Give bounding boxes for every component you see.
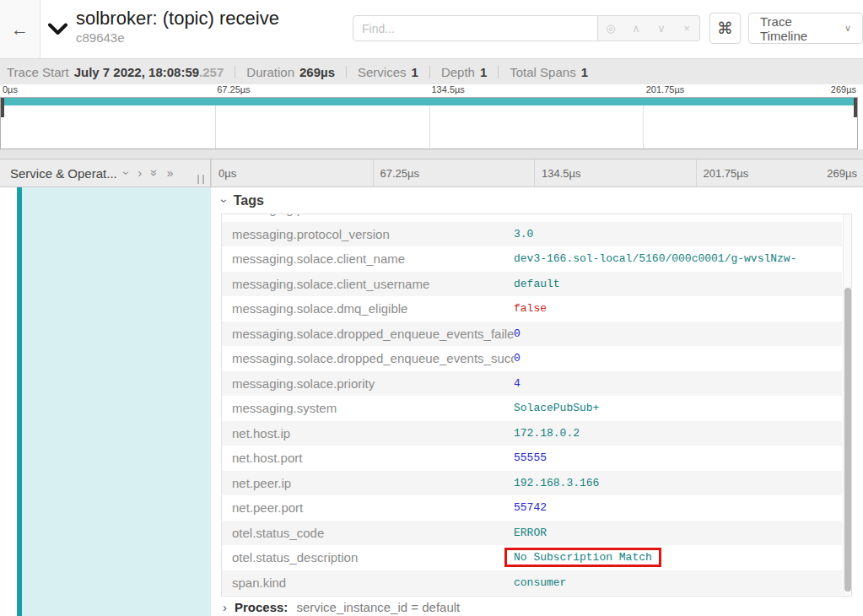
trace-collapse-chevron-icon[interactable]: [47, 23, 68, 39]
chevron-down-icon: ›: [218, 199, 231, 203]
tags-section-title: Tags: [234, 193, 264, 208]
tag-value-text: SMF: [514, 213, 533, 215]
collapse-all-icon[interactable]: »: [148, 170, 160, 176]
process-summary: service_instance_id = default: [296, 600, 460, 614]
tag-value: 55742: [514, 501, 842, 514]
service-operation-column-header: Service & Operat... › › » »: [0, 159, 211, 186]
find-clear-icon[interactable]: ×: [674, 16, 699, 41]
column-resize-handle[interactable]: [197, 175, 204, 184]
minimap-tick: 134.5µs: [432, 84, 465, 95]
tag-value: consumer: [514, 576, 842, 589]
tag-row: messaging.solace.client_usernamedefault: [222, 272, 842, 297]
tag-row: net.host.port55555: [222, 446, 842, 471]
tag-row: net.peer.port55742: [222, 495, 842, 521]
tag-key: net.host.ip: [222, 426, 514, 440]
minimap-tick: 269µs: [831, 84, 856, 95]
tag-value: 3.0: [514, 228, 842, 240]
tag-value-text: SolacePubSub+: [514, 402, 599, 414]
tag-value: dev3-166.sol-local/5160/000c0001/g-wvslN…: [514, 252, 842, 265]
tags-section-toggle[interactable]: › Tags: [223, 193, 264, 208]
tag-value: 192.168.3.166: [514, 477, 842, 489]
minimap-right-scrubber[interactable]: [854, 98, 857, 117]
selected-span-row[interactable]: [22, 187, 211, 616]
timeline-header-row: Service & Operat... › › » » 0µs 67.25µs …: [0, 159, 863, 187]
tag-value-text: consumer: [514, 576, 566, 589]
tags-table-container: messaging.protocolSMFmessaging.protocol_…: [221, 213, 852, 597]
annotated-tag-value: No Subscription Match: [504, 548, 661, 567]
timeline-tick: 134.5µs: [542, 167, 581, 180]
tag-value: 4: [514, 377, 842, 390]
tag-value: default: [514, 278, 842, 290]
page-title: solbroker: (topic) receive: [76, 7, 279, 30]
tag-value-text: 172.18.0.2: [514, 427, 580, 440]
timeline-tick-cell: 201.75µs 269µs: [696, 159, 863, 186]
trace-timeline-page: ← solbroker: (topic) receive c89643e ◎ ∧…: [0, 0, 863, 616]
process-label: Process:: [235, 600, 288, 614]
tag-value: 0: [514, 327, 842, 340]
tag-key: messaging.protocol_version: [222, 227, 514, 241]
process-section-toggle[interactable]: › Process: service_instance_id = default: [223, 600, 460, 614]
tag-row: messaging.solace.client_namedev3-166.sol…: [222, 246, 842, 272]
summary-depth: Depth 1: [418, 65, 487, 79]
tag-value: 0: [514, 352, 842, 365]
tag-key: messaging.solace.priority: [222, 376, 514, 391]
tag-key: messaging.solace.client_name: [222, 251, 514, 266]
minimap-gridline: [643, 98, 644, 149]
tag-value-text: false: [514, 302, 547, 315]
tag-value-text: 4: [514, 377, 520, 390]
find-prev-icon[interactable]: ∧: [623, 16, 649, 41]
command-icon: ⌘: [717, 19, 733, 38]
tag-value-text: 55555: [514, 451, 547, 464]
tag-value-text: 0: [514, 352, 520, 365]
tag-key: span.kind: [222, 575, 514, 590]
tag-key: net.peer.ip: [222, 476, 514, 490]
timeline-tick: 67.25µs: [380, 167, 420, 180]
find-controls: ◎ ∧ ∨ ×: [598, 15, 700, 41]
tag-value-text: 3.0: [514, 228, 533, 240]
trace-view-label: Trace Timeline: [760, 14, 837, 43]
expand-all-icon[interactable]: »: [167, 167, 174, 179]
scrollbar-thumb[interactable]: [844, 288, 851, 592]
tag-value: 172.18.0.2: [514, 427, 842, 440]
find-input[interactable]: [353, 15, 598, 41]
tag-value: 55555: [514, 451, 842, 464]
span-detail-area: › Tags messaging.protocolSMFmessaging.pr…: [0, 187, 863, 616]
summary-services: Services 1: [335, 65, 418, 79]
tag-row: messaging.protocol_version3.0: [222, 222, 842, 247]
tag-value-text: 0: [514, 327, 520, 340]
tag-row: messaging.solace.dropped_enqueue_events_…: [222, 322, 842, 347]
find-next-icon[interactable]: ∨: [649, 16, 674, 41]
tag-value-text: 192.168.3.166: [514, 477, 599, 489]
chevron-down-icon: ∨: [844, 23, 851, 34]
chevron-right-icon: ›: [223, 600, 227, 614]
summary-total-spans: Total Spans 1: [487, 65, 588, 79]
tag-value-text: dev3-166.sol-local/5160/000c0001/g-wvslN…: [514, 252, 796, 265]
keyboard-shortcuts-button[interactable]: ⌘: [709, 13, 741, 44]
trace-summary-bar: Trace Start July 7 2022, 18:08:59 .257 D…: [0, 58, 863, 84]
back-arrow-icon: ←: [11, 19, 29, 40]
span-detail-panel: › Tags messaging.protocolSMFmessaging.pr…: [211, 187, 863, 616]
find-group: ◎ ∧ ∨ ×: [353, 15, 700, 41]
minimap-tick: 0µs: [3, 84, 18, 95]
minimap-left-scrubber[interactable]: [1, 98, 4, 117]
trace-title-block: solbroker: (topic) receive c89643e: [76, 7, 279, 46]
back-button[interactable]: ←: [0, 0, 40, 58]
locate-icon[interactable]: ◎: [598, 16, 623, 41]
tag-value: SolacePubSub+: [514, 402, 842, 414]
trace-minimap: 0µs 67.25µs 134.5µs 201.75µs 269µs: [0, 84, 858, 149]
tag-key: messaging.solace.dmq_eligible: [222, 301, 514, 316]
tag-key: messaging.system: [222, 401, 514, 415]
tag-key: messaging.solace.client_username: [222, 277, 514, 291]
chevron-down-icon[interactable]: ›: [121, 171, 132, 176]
timeline-tick-cell: 0µs: [211, 159, 373, 186]
tag-key: otel.status_code: [222, 526, 514, 540]
minimap-gridline: [429, 98, 430, 149]
tag-row: otel.status_codeERROR: [222, 521, 842, 546]
summary-duration: Duration 269µs: [224, 65, 335, 79]
summary-trace-start: Trace Start July 7 2022, 18:08:59 .257: [7, 65, 224, 79]
trace-view-dropdown[interactable]: Trace Timeline ∨: [748, 13, 863, 44]
chevron-right-icon[interactable]: ›: [138, 167, 142, 179]
minimap-canvas[interactable]: [0, 97, 858, 149]
service-operation-label: Service & Operat...: [10, 166, 117, 181]
tags-scrollbar[interactable]: [843, 214, 851, 596]
